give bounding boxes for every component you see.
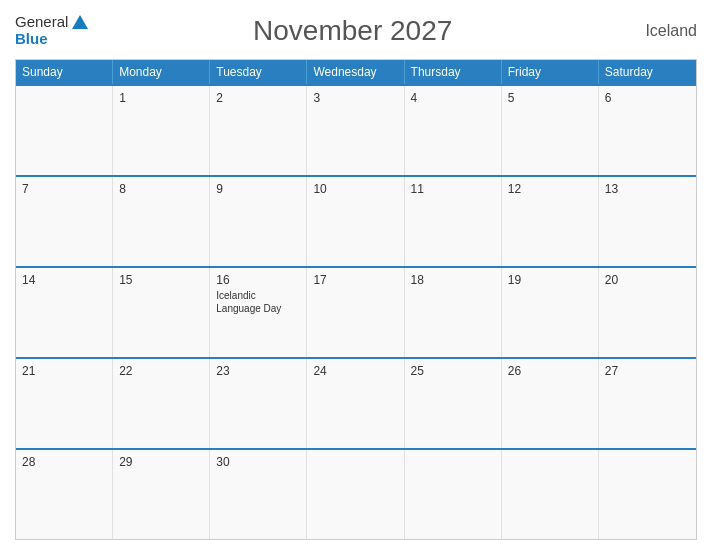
day-header-saturday: Saturday (599, 60, 696, 84)
cell-day-number: 23 (216, 364, 300, 378)
day-header-tuesday: Tuesday (210, 60, 307, 84)
cal-cell: 3 (307, 86, 404, 175)
cal-cell: 19 (502, 268, 599, 357)
cell-day-number: 30 (216, 455, 300, 469)
cell-day-number: 14 (22, 273, 106, 287)
cell-day-number: 7 (22, 182, 106, 196)
cal-cell: 2 (210, 86, 307, 175)
cal-cell: 30 (210, 450, 307, 539)
cal-cell: 29 (113, 450, 210, 539)
cell-day-number: 4 (411, 91, 495, 105)
cal-cell: 12 (502, 177, 599, 266)
cal-cell: 15 (113, 268, 210, 357)
cal-cell: 25 (405, 359, 502, 448)
cal-cell (502, 450, 599, 539)
country-label: Iceland (617, 22, 697, 40)
cell-day-number: 26 (508, 364, 592, 378)
cal-cell: 27 (599, 359, 696, 448)
cal-cell: 24 (307, 359, 404, 448)
cal-event: Icelandic Language Day (216, 289, 300, 315)
cell-day-number: 9 (216, 182, 300, 196)
calendar: SundayMondayTuesdayWednesdayThursdayFrid… (15, 59, 697, 540)
cal-cell: 7 (16, 177, 113, 266)
cell-day-number: 25 (411, 364, 495, 378)
cal-cell: 11 (405, 177, 502, 266)
calendar-week-3: 141516Icelandic Language Day17181920 (16, 266, 696, 357)
cal-cell: 5 (502, 86, 599, 175)
day-header-monday: Monday (113, 60, 210, 84)
logo-triangle-icon (72, 15, 88, 29)
day-header-wednesday: Wednesday (307, 60, 404, 84)
calendar-body: 12345678910111213141516Icelandic Languag… (16, 84, 696, 539)
cal-cell: 21 (16, 359, 113, 448)
cal-cell: 10 (307, 177, 404, 266)
calendar-week-5: 282930 (16, 448, 696, 539)
cal-cell: 17 (307, 268, 404, 357)
cell-day-number: 5 (508, 91, 592, 105)
logo-general-label: General (15, 14, 68, 31)
cal-cell: 18 (405, 268, 502, 357)
cell-day-number: 6 (605, 91, 690, 105)
cal-cell: 22 (113, 359, 210, 448)
calendar-week-2: 78910111213 (16, 175, 696, 266)
cell-day-number: 21 (22, 364, 106, 378)
cal-cell: 6 (599, 86, 696, 175)
cal-cell (307, 450, 404, 539)
cell-day-number: 18 (411, 273, 495, 287)
day-header-friday: Friday (502, 60, 599, 84)
cal-cell: 1 (113, 86, 210, 175)
cell-day-number: 12 (508, 182, 592, 196)
cell-day-number: 20 (605, 273, 690, 287)
cell-day-number: 24 (313, 364, 397, 378)
cal-cell (405, 450, 502, 539)
cal-cell (16, 86, 113, 175)
cal-cell: 20 (599, 268, 696, 357)
cell-day-number: 15 (119, 273, 203, 287)
cell-day-number: 13 (605, 182, 690, 196)
logo-general-text: General (15, 14, 88, 31)
cell-day-number: 28 (22, 455, 106, 469)
cell-day-number: 11 (411, 182, 495, 196)
cal-cell: 4 (405, 86, 502, 175)
cell-day-number: 22 (119, 364, 203, 378)
cal-cell (599, 450, 696, 539)
calendar-header-row: SundayMondayTuesdayWednesdayThursdayFrid… (16, 60, 696, 84)
cell-day-number: 1 (119, 91, 203, 105)
page-header: General Blue November 2027 Iceland (15, 10, 697, 51)
cell-day-number: 2 (216, 91, 300, 105)
day-header-thursday: Thursday (405, 60, 502, 84)
cal-cell: 16Icelandic Language Day (210, 268, 307, 357)
logo: General Blue (15, 14, 88, 47)
cal-cell: 23 (210, 359, 307, 448)
cell-day-number: 27 (605, 364, 690, 378)
cal-cell: 14 (16, 268, 113, 357)
cal-cell: 8 (113, 177, 210, 266)
cell-day-number: 8 (119, 182, 203, 196)
calendar-week-1: 123456 (16, 84, 696, 175)
cell-day-number: 16 (216, 273, 300, 287)
day-header-sunday: Sunday (16, 60, 113, 84)
cell-day-number: 10 (313, 182, 397, 196)
cal-cell: 26 (502, 359, 599, 448)
calendar-title: November 2027 (88, 15, 617, 47)
cell-day-number: 29 (119, 455, 203, 469)
calendar-week-4: 21222324252627 (16, 357, 696, 448)
cal-cell: 28 (16, 450, 113, 539)
cell-day-number: 19 (508, 273, 592, 287)
cal-cell: 13 (599, 177, 696, 266)
cell-day-number: 17 (313, 273, 397, 287)
cell-day-number: 3 (313, 91, 397, 105)
cal-cell: 9 (210, 177, 307, 266)
logo-blue-label: Blue (15, 31, 48, 48)
